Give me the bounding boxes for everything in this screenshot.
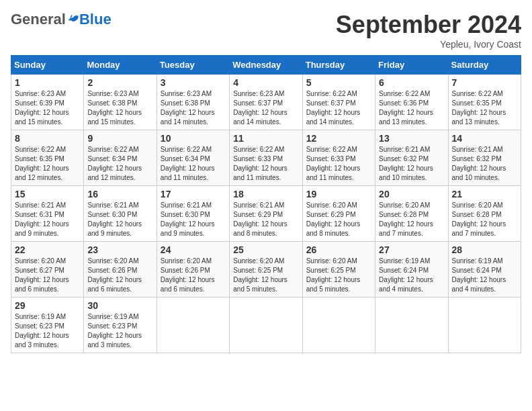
calendar-cell: 2Sunrise: 6:23 AMSunset: 6:38 PMDaylight… [84,75,157,130]
calendar-cell: 16Sunrise: 6:21 AMSunset: 6:30 PMDayligh… [84,186,157,242]
location-text: Yepleu, Ivory Coast [336,39,521,50]
calendar-cell [375,298,448,353]
day-info: Sunrise: 6:23 AMSunset: 6:37 PMDaylight:… [233,89,298,127]
calendar-cell: 11Sunrise: 6:22 AMSunset: 6:33 PMDayligh… [230,130,302,186]
day-number: 24 [161,244,226,255]
calendar-cell: 27Sunrise: 6:19 AMSunset: 6:24 PMDayligh… [375,242,448,298]
calendar-cell: 4Sunrise: 6:23 AMSunset: 6:37 PMDaylight… [230,75,302,130]
day-info: Sunrise: 6:20 AMSunset: 6:26 PMDaylight:… [87,257,152,294]
day-info: Sunrise: 6:21 AMSunset: 6:32 PMDaylight:… [379,145,444,183]
day-info: Sunrise: 6:21 AMSunset: 6:32 PMDaylight:… [452,145,517,183]
day-number: 5 [306,77,371,88]
title-section: September 2024 Yepleu, Ivory Coast [336,11,521,50]
calendar-cell: 28Sunrise: 6:19 AMSunset: 6:24 PMDayligh… [448,242,521,298]
calendar-cell: 21Sunrise: 6:20 AMSunset: 6:28 PMDayligh… [448,186,521,242]
calendar-cell: 19Sunrise: 6:20 AMSunset: 6:29 PMDayligh… [302,186,375,242]
calendar-cell: 25Sunrise: 6:20 AMSunset: 6:25 PMDayligh… [230,242,302,298]
day-info: Sunrise: 6:19 AMSunset: 6:24 PMDaylight:… [379,257,444,294]
day-info: Sunrise: 6:22 AMSunset: 6:37 PMDaylight:… [306,89,371,127]
day-info: Sunrise: 6:20 AMSunset: 6:27 PMDaylight:… [15,257,80,294]
day-info: Sunrise: 6:20 AMSunset: 6:25 PMDaylight:… [233,257,298,294]
calendar-cell: 22Sunrise: 6:20 AMSunset: 6:27 PMDayligh… [11,242,84,298]
day-number: 10 [161,133,226,144]
calendar-cell: 23Sunrise: 6:20 AMSunset: 6:26 PMDayligh… [84,242,157,298]
calendar-cell: 7Sunrise: 6:22 AMSunset: 6:35 PMDaylight… [448,75,521,130]
calendar-cell: 12Sunrise: 6:22 AMSunset: 6:33 PMDayligh… [302,130,375,186]
day-info: Sunrise: 6:23 AMSunset: 6:38 PMDaylight:… [161,89,226,127]
day-info: Sunrise: 6:22 AMSunset: 6:33 PMDaylight:… [233,145,298,183]
day-number: 17 [161,189,226,199]
calendar-cell: 5Sunrise: 6:22 AMSunset: 6:37 PMDaylight… [302,75,375,130]
day-number: 30 [87,300,152,311]
day-number: 16 [87,189,152,199]
day-number: 2 [87,77,152,88]
day-number: 22 [15,244,80,255]
calendar-cell: 18Sunrise: 6:21 AMSunset: 6:29 PMDayligh… [230,186,302,242]
calendar-header-saturday: Saturday [448,56,521,75]
day-number: 1 [15,77,80,88]
month-title: September 2024 [336,11,521,39]
calendar-header-wednesday: Wednesday [230,56,302,75]
day-info: Sunrise: 6:21 AMSunset: 6:30 PMDaylight:… [87,201,152,238]
day-info: Sunrise: 6:20 AMSunset: 6:28 PMDaylight:… [379,201,444,238]
calendar-cell: 15Sunrise: 6:21 AMSunset: 6:31 PMDayligh… [11,186,84,242]
day-number: 20 [379,189,444,199]
day-number: 19 [306,189,371,199]
calendar-cell: 9Sunrise: 6:22 AMSunset: 6:34 PMDaylight… [84,130,157,186]
day-info: Sunrise: 6:20 AMSunset: 6:29 PMDaylight:… [306,201,371,238]
day-info: Sunrise: 6:22 AMSunset: 6:33 PMDaylight:… [306,145,371,183]
day-number: 29 [15,300,80,311]
calendar-cell: 8Sunrise: 6:22 AMSunset: 6:35 PMDaylight… [11,130,84,186]
day-info: Sunrise: 6:19 AMSunset: 6:23 PMDaylight:… [15,312,80,350]
day-info: Sunrise: 6:22 AMSunset: 6:36 PMDaylight:… [379,89,444,127]
calendar-cell: 1Sunrise: 6:23 AMSunset: 6:39 PMDaylight… [11,75,84,130]
day-number: 8 [15,133,80,144]
calendar-cell [448,298,521,353]
calendar-header-row: SundayMondayTuesdayWednesdayThursdayFrid… [11,56,521,75]
day-number: 4 [233,77,298,88]
day-number: 18 [233,189,298,199]
day-info: Sunrise: 6:22 AMSunset: 6:34 PMDaylight:… [87,145,152,183]
calendar-week-row: 22Sunrise: 6:20 AMSunset: 6:27 PMDayligh… [11,242,521,298]
calendar-cell [230,298,302,353]
calendar-cell: 13Sunrise: 6:21 AMSunset: 6:32 PMDayligh… [375,130,448,186]
day-info: Sunrise: 6:21 AMSunset: 6:31 PMDaylight:… [15,201,80,238]
day-number: 12 [306,133,371,144]
calendar-week-row: 29Sunrise: 6:19 AMSunset: 6:23 PMDayligh… [11,298,521,353]
calendar-cell: 29Sunrise: 6:19 AMSunset: 6:23 PMDayligh… [11,298,84,353]
calendar-cell: 10Sunrise: 6:22 AMSunset: 6:34 PMDayligh… [157,130,229,186]
calendar-cell: 26Sunrise: 6:20 AMSunset: 6:25 PMDayligh… [302,242,375,298]
day-info: Sunrise: 6:20 AMSunset: 6:25 PMDaylight:… [306,257,371,294]
calendar-header-tuesday: Tuesday [157,56,229,75]
calendar-cell: 20Sunrise: 6:20 AMSunset: 6:28 PMDayligh… [375,186,448,242]
logo: General Blue [11,11,112,28]
day-info: Sunrise: 6:22 AMSunset: 6:35 PMDaylight:… [15,145,80,183]
day-number: 28 [452,244,517,255]
calendar-cell: 24Sunrise: 6:20 AMSunset: 6:26 PMDayligh… [157,242,229,298]
day-number: 25 [233,244,298,255]
day-number: 9 [87,133,152,144]
calendar-cell: 30Sunrise: 6:19 AMSunset: 6:23 PMDayligh… [84,298,157,353]
calendar-week-row: 8Sunrise: 6:22 AMSunset: 6:35 PMDaylight… [11,130,521,186]
day-info: Sunrise: 6:21 AMSunset: 6:29 PMDaylight:… [233,201,298,238]
logo-blue-text: Blue [79,11,112,28]
calendar-header-sunday: Sunday [11,56,84,75]
day-number: 23 [87,244,152,255]
day-number: 13 [379,133,444,144]
calendar-header-friday: Friday [375,56,448,75]
day-number: 26 [306,244,371,255]
day-number: 27 [379,244,444,255]
day-info: Sunrise: 6:21 AMSunset: 6:30 PMDaylight:… [161,201,226,238]
day-number: 11 [233,133,298,144]
day-info: Sunrise: 6:23 AMSunset: 6:38 PMDaylight:… [87,89,152,127]
logo-bird-icon [67,13,79,26]
day-info: Sunrise: 6:19 AMSunset: 6:23 PMDaylight:… [87,312,152,350]
calendar-cell: 3Sunrise: 6:23 AMSunset: 6:38 PMDaylight… [157,75,229,130]
calendar-header-thursday: Thursday [302,56,375,75]
calendar-header-monday: Monday [84,56,157,75]
calendar-cell: 6Sunrise: 6:22 AMSunset: 6:36 PMDaylight… [375,75,448,130]
day-info: Sunrise: 6:20 AMSunset: 6:26 PMDaylight:… [161,257,226,294]
day-number: 14 [452,133,517,144]
day-number: 6 [379,77,444,88]
calendar-cell: 17Sunrise: 6:21 AMSunset: 6:30 PMDayligh… [157,186,229,242]
